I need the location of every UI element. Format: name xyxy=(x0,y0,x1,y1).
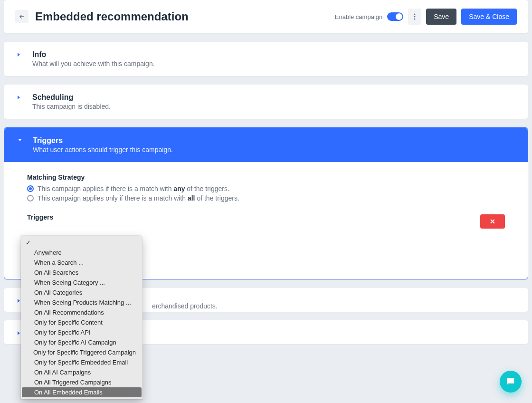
dropdown-item-label: Only for Specific API xyxy=(34,329,91,336)
dropdown-item[interactable]: On All Categories xyxy=(22,288,142,297)
section-scheduling[interactable]: Scheduling This campaign is disabled. xyxy=(4,85,528,119)
trigger-select-dropdown[interactable]: ✓AnywhereWhen a Search ...On All Searche… xyxy=(21,236,142,372)
radio-match-all[interactable]: This campaign applies only if there is a… xyxy=(27,194,505,202)
radio-match-any[interactable]: This campaign applies if there is a matc… xyxy=(27,185,505,192)
dropdown-item-label: On All AI Campaigns xyxy=(34,369,91,372)
kebab-icon xyxy=(414,13,416,20)
save-close-button[interactable]: Save & Close xyxy=(461,9,517,25)
dropdown-item-label: Anywhere xyxy=(34,249,62,256)
back-button[interactable] xyxy=(15,10,28,23)
dropdown-item-label: On All Categories xyxy=(34,289,82,296)
dropdown-item-label: When Seeing Category ... xyxy=(34,279,105,286)
dropdown-item-label: On All Recommendations xyxy=(34,309,104,316)
info-title: Info xyxy=(32,50,155,59)
dropdown-item-current[interactable]: ✓ xyxy=(22,238,142,248)
dropdown-item[interactable]: Only for Specific AI Campaign xyxy=(22,337,142,347)
chevron-right-icon xyxy=(17,52,26,57)
dropdown-item[interactable]: Anywhere xyxy=(22,248,142,258)
triggers-subtitle: What user actions should trigger this ca… xyxy=(33,146,173,154)
radio-all-text: This campaign applies only if there is a… xyxy=(38,194,239,202)
radio-icon-checked xyxy=(27,185,34,192)
radio-any-text: This campaign applies if there is a matc… xyxy=(38,185,229,192)
page-title: Embedded recommendation xyxy=(35,10,189,23)
dropdown-item[interactable]: When Seeing Products Matching ... xyxy=(22,297,142,307)
radio-icon-unchecked xyxy=(27,195,34,202)
dropdown-item-label: On All Searches xyxy=(34,269,78,276)
dropdown-item-label: Only for Specific Embedded Email xyxy=(34,359,128,366)
dropdown-item[interactable]: Only for Specific API xyxy=(22,327,142,337)
delete-trigger-button[interactable]: ✕ xyxy=(480,214,505,229)
chevron-right-icon xyxy=(17,95,26,100)
dropdown-item[interactable]: Only for Specific Triggered Campaign xyxy=(22,347,142,357)
dropdown-item[interactable]: Only for Specific Embedded Email xyxy=(22,357,142,367)
chevron-down-icon xyxy=(18,138,26,142)
scheduling-subtitle: This campaign is disabled. xyxy=(32,103,111,110)
arrow-left-icon xyxy=(19,13,25,20)
dropdown-item-label: When Seeing Products Matching ... xyxy=(34,299,131,306)
dropdown-item[interactable]: When a Search ... xyxy=(22,258,142,268)
dropdown-item-label: Only for Specific Triggered Campaign xyxy=(33,349,136,356)
dropdown-item[interactable]: On All Recommendations xyxy=(22,307,142,317)
info-subtitle: What will you achieve with this campaign… xyxy=(32,60,155,67)
dropdown-item-label: Only for Specific Content xyxy=(34,319,103,326)
dropdown-item[interactable]: When Seeing Category ... xyxy=(22,278,142,288)
dropdown-item-label: Only for Specific AI Campaign xyxy=(34,339,116,346)
dropdown-item-label: When a Search ... xyxy=(34,259,84,266)
svg-point-0 xyxy=(414,14,416,15)
scheduling-title: Scheduling xyxy=(32,93,111,102)
enable-campaign-toggle[interactable] xyxy=(387,12,403,21)
check-icon: ✓ xyxy=(26,239,34,246)
save-button[interactable]: Save xyxy=(426,9,456,25)
close-icon: ✕ xyxy=(490,218,495,225)
section-info[interactable]: Info What will you achieve with this cam… xyxy=(4,42,528,76)
svg-point-1 xyxy=(414,16,416,18)
matching-strategy-heading: Matching Strategy xyxy=(27,173,505,181)
enable-campaign-label: Enable campaign xyxy=(335,13,382,20)
more-menu-button[interactable] xyxy=(408,9,421,25)
dropdown-item[interactable]: On All AI Campaigns xyxy=(22,367,142,372)
section-triggers-header[interactable]: Triggers What user actions should trigge… xyxy=(4,128,528,162)
dropdown-item[interactable]: On All Searches xyxy=(22,268,142,278)
triggers-title: Triggers xyxy=(33,136,173,145)
lower-subtitle-fragment: erchandised products. xyxy=(152,302,218,310)
dropdown-item[interactable]: Only for Specific Content xyxy=(22,317,142,327)
svg-point-2 xyxy=(414,19,416,20)
triggers-list-heading: Triggers xyxy=(27,213,505,221)
